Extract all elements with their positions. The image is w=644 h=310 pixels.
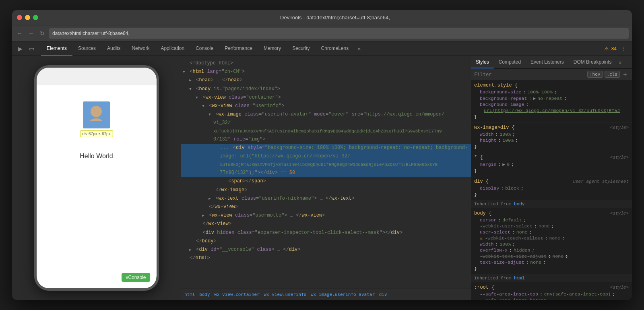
style-selector: element.style { — [474, 83, 518, 88]
style-property[interactable]: url(https://wx.qlogo.cn/mmopen/vi_32/xuT… — [471, 107, 632, 114]
tab-sources[interactable]: Sources — [72, 41, 101, 56]
tab-styles[interactable]: Styles — [471, 56, 494, 68]
dom-line[interactable]: <wx-view class="usermotto"> … </wx-view> — [181, 211, 471, 220]
dom-selected-line[interactable]: image: url("https://wx.qlogo.cn/mmopen/v… — [181, 152, 471, 161]
dom-line[interactable]: </wx-image> — [181, 186, 471, 194]
dom-line[interactable]: </body> — [181, 237, 471, 246]
style-property[interactable]: background-repeat: ▶ no-repeat; — [471, 95, 632, 101]
style-property[interactable]: overflow-x: hidden; — [471, 247, 632, 253]
dom-line[interactable]: xuTu0k3jRTaJKmsXVMnfjASTusIn04ibcmQbhub1… — [181, 128, 471, 136]
warning-count: 84 — [611, 46, 617, 52]
style-property[interactable]: height: 100%; — [471, 137, 632, 143]
dom-line[interactable]: </wx-view> — [181, 203, 471, 211]
style-property[interactable]: width: 100%; — [471, 241, 632, 247]
dom-line[interactable]: </html> — [181, 254, 471, 262]
breadcrumb-avatar[interactable]: wx-image.userinfo-avatar — [311, 292, 375, 297]
devtools-settings-icon[interactable]: ⋮ — [619, 44, 629, 54]
devtools-tab-bar: ▶ ▭ Elements Sources Audits Network Appl… — [12, 41, 632, 56]
tab-elements[interactable]: Elements — [41, 41, 72, 56]
address-input[interactable] — [49, 28, 629, 39]
more-tabs-button[interactable]: » — [354, 41, 364, 56]
dom-line[interactable]: <!doctype html> — [181, 59, 471, 68]
traffic-lights — [17, 15, 38, 20]
dom-line[interactable]: <wx-view class="container"> — [181, 93, 471, 102]
style-property[interactable]: margin: ▶ 0; — [471, 161, 632, 167]
main-content: div 67px × 67px Hello World vConsole <!d… — [12, 56, 632, 300]
maximize-button[interactable] — [33, 15, 38, 20]
dom-tree: <!doctype html> <html lang="zh-CN"> <hea… — [181, 56, 471, 266]
dom-selected-line[interactable]: xuTu0k3jRTaJKmsXVMnfjASTusIn04ibcmQbhub1… — [181, 161, 471, 169]
vconsole-button[interactable]: vConsole — [122, 273, 150, 282]
div-agent-block: div { user agent stylesheet display: blo… — [471, 176, 632, 200]
styles-filter-input[interactable] — [474, 72, 586, 77]
dom-line[interactable]: vi_32/ — [181, 119, 471, 127]
tab-event-listeners[interactable]: Event Listeners — [526, 56, 569, 68]
wx-image-div-block: wx-image>div { <style> width: 100%; heig… — [471, 122, 632, 152]
style-property[interactable]: --safe-area-inset-bottom... — [471, 297, 632, 300]
style-selector: body { — [474, 211, 491, 216]
device-toolbar-icon[interactable]: ▭ — [27, 44, 36, 54]
style-property[interactable]: background-size: 100% 100%; — [471, 89, 632, 95]
dom-selected-line[interactable]: 7Tn9Q/132");"></div> == $0 — [181, 169, 471, 177]
dom-line[interactable]: <wx-image class="userinfo-avatar" mode="… — [181, 110, 471, 119]
tab-dom-breakpoints[interactable]: DOM Breakpoints — [569, 56, 617, 68]
tab-performance[interactable]: Performance — [219, 41, 258, 56]
tab-audits[interactable]: Audits — [101, 41, 126, 56]
breadcrumb-body[interactable]: body — [199, 292, 210, 297]
close-button[interactable] — [17, 15, 22, 20]
styles-tab-bar: Styles Computed Event Listeners DOM Brea… — [471, 56, 632, 69]
inspect-element-icon[interactable]: ▶ — [15, 44, 25, 54]
tab-chromelens[interactable]: ChromeLens — [316, 41, 355, 56]
tab-network[interactable]: Network — [126, 41, 155, 56]
cls-button[interactable]: .cls — [605, 71, 620, 78]
dom-line[interactable]: <html lang="zh-CN"> — [181, 68, 471, 76]
style-property[interactable]: width: 100%; — [471, 131, 632, 137]
style-property-strikethrough[interactable]: -webkit-user-select: none; — [471, 223, 632, 229]
dom-line[interactable]: 0/132" role="img"> — [181, 135, 471, 144]
tab-console[interactable]: Console — [190, 41, 219, 56]
phone-frame: div 67px × 67px Hello World vConsole — [34, 65, 159, 291]
style-property[interactable]: background-image: — [471, 101, 632, 107]
tab-security[interactable]: Security — [287, 41, 315, 56]
style-selector: * { — [474, 155, 483, 160]
dom-line[interactable]: <wx-view class="userinfo"> — [181, 102, 471, 110]
minimize-button[interactable] — [25, 15, 30, 20]
add-style-button[interactable]: + — [621, 71, 629, 78]
dom-line[interactable]: <span></span> — [181, 177, 471, 186]
dom-line[interactable]: </wx-view> — [181, 220, 471, 228]
style-property-strikethrough[interactable]: -webkit-text-size-adjust: none; — [471, 253, 632, 259]
style-source: <style> — [610, 155, 629, 160]
breadcrumb-container[interactable]: wx-view.container — [214, 292, 260, 297]
tab-memory[interactable]: Memory — [258, 41, 287, 56]
styles-content[interactable]: element.style { background-size: 100% 10… — [471, 80, 632, 300]
style-source: <style> — [610, 285, 629, 290]
dom-line[interactable]: <wx-text class="userinfo-nickname"> … </… — [181, 194, 471, 203]
style-source: user agent stylesheet — [573, 179, 629, 184]
style-property[interactable]: --safe-area-inset-top: env(safe-area-ins… — [471, 291, 632, 297]
back-button[interactable]: ← — [15, 29, 24, 38]
dom-selected-line[interactable]: ... <div style="background-size: 100% 10… — [181, 144, 471, 152]
style-property-strikethrough[interactable]: ⚠ -webkit-touch-callout: none; — [471, 235, 632, 241]
dom-tree-scroll[interactable]: <!doctype html> <html lang="zh-CN"> <hea… — [181, 56, 471, 289]
tab-computed[interactable]: Computed — [494, 56, 526, 68]
breadcrumb-html[interactable]: html — [184, 292, 195, 297]
style-property[interactable]: text-size-adjust: none; — [471, 259, 632, 265]
avatar-svg — [83, 101, 110, 128]
dom-line[interactable]: <head> … </head> — [181, 76, 471, 85]
devtools-window: DevTools - data:text/html;charset=utf-8;… — [12, 10, 632, 300]
forward-button[interactable]: → — [27, 29, 35, 38]
breadcrumb-div[interactable]: div — [379, 292, 387, 297]
dom-line[interactable]: <div id="__vconsole" class> … </div> — [181, 246, 471, 254]
styles-filter-bar: :hov .cls + — [471, 69, 632, 80]
dom-line[interactable]: <div hidden class="exparser-inspector-to… — [181, 229, 471, 237]
style-property[interactable]: user-select: none; — [471, 229, 632, 235]
tab-application[interactable]: Application — [155, 41, 190, 56]
style-property[interactable]: display: block; — [471, 185, 632, 191]
refresh-button[interactable]: ↻ — [38, 29, 47, 38]
breadcrumb-userinfo[interactable]: wx-view.userinfo — [264, 292, 306, 297]
hov-button[interactable]: :hov — [587, 71, 603, 78]
dom-line[interactable]: <body is="pages/index/index"> — [181, 85, 471, 93]
more-styles-tabs[interactable]: » — [616, 56, 624, 68]
avatar-container: div 67px × 67px — [83, 101, 110, 128]
style-property[interactable]: cursor: default; — [471, 217, 632, 223]
